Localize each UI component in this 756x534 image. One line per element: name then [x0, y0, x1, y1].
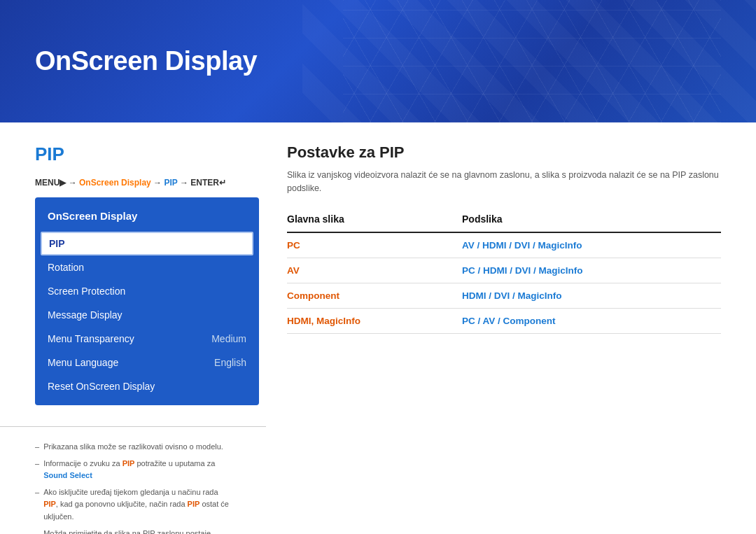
footer-notes: – Prikazana slika može se razlikovati ov… — [0, 426, 266, 534]
sub-source-cell: PC / HDMI / DVI / MagicInfo — [448, 258, 721, 283]
footer-note-4: – Možda primijetite da slika na PIP zasl… — [35, 528, 231, 534]
menu-item-value: Medium — [211, 333, 246, 344]
main-source-cell: PC — [287, 232, 448, 258]
menu-item-menu-transparency[interactable]: Menu Transparency Medium — [35, 327, 259, 351]
menu-item-message-display[interactable]: Message Display — [35, 303, 259, 327]
right-panel-title: Postavke za PIP — [287, 143, 721, 162]
menu-item-label: Menu Transparency — [48, 333, 134, 344]
page-title: OnScreen Display — [35, 46, 257, 76]
menu-item-value: English — [214, 357, 246, 368]
header-banner: OnScreen Display — [0, 0, 756, 122]
menu-item-label: Reset OnScreen Display — [48, 381, 155, 392]
menu-item-label: Screen Protection — [48, 286, 125, 297]
main-content: PIP MENU▶ → OnScreen Display → PIP → ENT… — [0, 122, 756, 419]
right-panel: Postavke za PIP Slika iz vanjskog videoi… — [287, 143, 721, 405]
right-panel-subtitle: Slika iz vanjskog videoizvora nalazit će… — [287, 169, 721, 195]
footer-note-text: Možda primijetite da slika na PIP zaslon… — [43, 528, 231, 534]
footer-note-2: – Informacije o zvuku za PIP potražite u… — [35, 458, 231, 482]
breadcrumb-pip: PIP — [164, 178, 177, 188]
footer-note-text: Prikazana slika može se razlikovati ovis… — [43, 441, 223, 454]
menu-box: OnScreen Display PIP Rotation Screen Pro… — [35, 197, 259, 405]
menu-item-label: Rotation — [48, 262, 84, 273]
menu-breadcrumb: MENU▶ → OnScreen Display → PIP → ENTER↵ — [35, 178, 259, 188]
menu-item-label: Message Display — [48, 309, 122, 321]
pip-table: Glavna slika Podslika PCAV / HDMI / DVI … — [287, 209, 721, 334]
sub-source-cell: HDMI / DVI / MagicInfo — [448, 283, 721, 308]
footer-note-3: – Ako isključite uređaj tijekom gledanja… — [35, 486, 231, 524]
table-row: HDMI, MagicInfoPC / AV / Component — [287, 308, 721, 333]
breadcrumb-prefix: MENU▶ — [35, 178, 66, 188]
menu-item-screen-protection[interactable]: Screen Protection — [35, 279, 259, 303]
footer-note-text: Informacije o zvuku za PIP potražite u u… — [43, 458, 231, 482]
menu-item-pip[interactable]: PIP — [41, 232, 253, 255]
menu-item-label: Menu Language — [48, 357, 118, 368]
main-source-cell: HDMI, MagicInfo — [287, 308, 448, 333]
sub-source-cell: PC / AV / Component — [448, 308, 721, 333]
menu-item-label: PIP — [49, 238, 65, 249]
menu-item-rotation[interactable]: Rotation — [35, 255, 259, 279]
left-panel: PIP MENU▶ → OnScreen Display → PIP → ENT… — [35, 143, 259, 405]
table-row: AVPC / HDMI / DVI / MagicInfo — [287, 258, 721, 283]
menu-item-menu-language[interactable]: Menu Language English — [35, 351, 259, 374]
menu-item-reset-onscreen[interactable]: Reset OnScreen Display — [35, 374, 259, 398]
col-header-main: Glavna slika — [287, 209, 448, 232]
sub-source-cell: AV / HDMI / DVI / MagicInfo — [448, 232, 721, 258]
menu-box-title: OnScreen Display — [35, 204, 259, 232]
footer-note-text: Ako isključite uređaj tijekom gledanja u… — [43, 486, 231, 524]
breadcrumb-enter: ENTER↵ — [190, 178, 226, 188]
main-source-cell: AV — [287, 258, 448, 283]
footer-note-1: – Prikazana slika može se razlikovati ov… — [35, 441, 231, 454]
table-row: ComponentHDMI / DVI / MagicInfo — [287, 283, 721, 308]
col-header-sub: Podslika — [448, 209, 721, 232]
table-row: PCAV / HDMI / DVI / MagicInfo — [287, 232, 721, 258]
breadcrumb-onscreen: OnScreen Display — [79, 178, 151, 188]
main-source-cell: Component — [287, 283, 448, 308]
pip-section-heading: PIP — [35, 143, 259, 165]
